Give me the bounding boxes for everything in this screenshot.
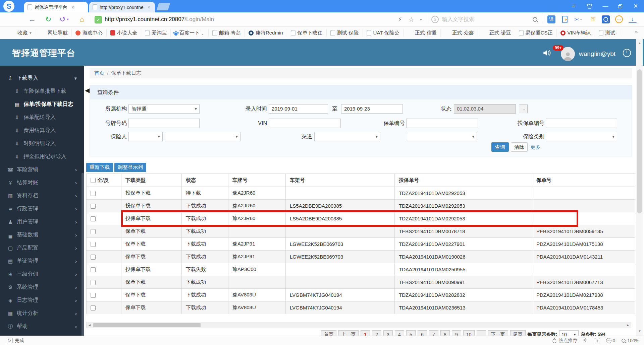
adjust-columns-button[interactable]: 调整显示列	[114, 163, 146, 172]
page-number-3[interactable]: 3	[383, 330, 393, 336]
security-shield-icon[interactable]: ✓	[95, 16, 102, 23]
menu-icon[interactable]: ≡	[568, 0, 579, 12]
page-next-button[interactable]: 下一页	[488, 330, 508, 336]
row-checkbox[interactable]	[91, 216, 96, 221]
home-icon[interactable]: ⌂	[76, 12, 87, 26]
sidebar-item-统计分析[interactable]: ▦统计分析›	[0, 307, 84, 320]
status-speaker-icon[interactable]	[583, 338, 589, 343]
sogou-logo-icon[interactable]: S	[3, 1, 14, 12]
sidebar-item-用户管理[interactable]: ♟用户管理›	[0, 215, 84, 228]
vertical-scroll-thumb[interactable]	[637, 69, 642, 213]
collapse-panel-icon[interactable]: ◀	[85, 86, 90, 94]
skin-theme-icon[interactable]	[584, 0, 595, 12]
sidebar-item-费用结算导入[interactable]: ⇩费用结算导入	[0, 124, 84, 137]
scroll-up-icon[interactable]: ▲	[636, 40, 643, 46]
bookmark-item[interactable]: 测试-	[595, 29, 621, 37]
bookmark-item[interactable]: 爱淘宝	[141, 29, 171, 37]
vertical-scrollbar[interactable]: ▲ ▼	[636, 39, 643, 336]
close-window-button[interactable]: ✕	[630, 0, 641, 12]
screenshot-scissors-icon[interactable]: ✂▼	[574, 15, 582, 23]
favorite-caret-icon[interactable]: ▼	[417, 12, 425, 26]
sidebar-item-产品配置[interactable]: ▢产品配置›	[0, 242, 84, 255]
translate-icon[interactable]: 译	[547, 15, 555, 23]
tab-close-icon[interactable]: ×	[148, 5, 150, 10]
page-number-7[interactable]: 7	[429, 330, 438, 336]
breadcrumb-home-link[interactable]: 首页	[94, 70, 104, 76]
row-checkbox[interactable]	[91, 255, 96, 260]
bookmark-item[interactable]: 保单下载任	[287, 29, 327, 37]
bookmark-item[interactable]: 正式-众鑫	[441, 29, 478, 37]
more-extensions-icon[interactable]: ···	[615, 15, 623, 23]
bookmark-item[interactable]: 网址导航	[36, 29, 72, 37]
insurer-select-1[interactable]	[128, 132, 163, 141]
send-to-phone-icon[interactable]: ➤	[561, 15, 569, 23]
bookmark-item[interactable]: 易保通CS正	[515, 29, 557, 37]
page-search-icon[interactable]	[602, 15, 610, 23]
status-more-button[interactable]: ...	[519, 105, 528, 113]
page-first-button[interactable]: 首页	[321, 330, 336, 336]
date-from-input[interactable]: 2019-09-01	[269, 104, 328, 114]
channel-select-2[interactable]	[407, 132, 477, 141]
sidebar-item-三级分佣[interactable]: ⊞三级分佣›	[0, 268, 84, 281]
favorite-star-icon[interactable]: ☆	[407, 12, 416, 26]
zoom-control[interactable]: 100%	[621, 338, 639, 343]
sidebar-item-行政管理[interactable]: ▰行政管理›	[0, 202, 84, 215]
restore-button[interactable]	[614, 0, 626, 12]
scroll-right-icon[interactable]: ►	[625, 322, 631, 328]
date-to-input[interactable]: 2019-09-23	[341, 104, 403, 114]
page-number-2[interactable]: 2	[372, 330, 381, 336]
password-key-icon[interactable]: ⚿	[589, 15, 597, 23]
download-manager-icon[interactable]: ↓	[629, 16, 637, 23]
refresh-icon[interactable]: ↻	[43, 12, 54, 26]
page-number-9[interactable]: 9	[452, 330, 461, 336]
select-all-checkbox[interactable]	[91, 178, 96, 183]
browser-tab-2[interactable]: http://proxy1.countne ×	[89, 2, 155, 12]
bookmark-item[interactable]: 游戏中心	[72, 29, 107, 37]
scroll-left-icon[interactable]: ◄	[87, 322, 93, 328]
bookmark-item[interactable]: 测试-保险	[327, 29, 363, 37]
ins-type-select[interactable]	[546, 132, 617, 141]
page-number-10[interactable]: 10	[463, 330, 475, 336]
sidebar-item-结算对账[interactable]: ¥结算对账›	[0, 176, 84, 189]
bookmark-item[interactable]: VIN车辆识	[557, 29, 595, 37]
row-checkbox[interactable]	[91, 280, 96, 285]
page-number-1[interactable]: 1	[361, 330, 370, 336]
sidebar-item-押金抵用记录导入[interactable]: ⇩押金抵用记录导入	[0, 150, 84, 163]
row-checkbox[interactable]	[91, 293, 96, 298]
sidebar-item-下载导入[interactable]: ⇩下载导入▾	[0, 72, 84, 85]
bookmark-item[interactable]: 正式-诺亚	[478, 29, 515, 37]
row-checkbox[interactable]	[91, 191, 96, 196]
minimize-button[interactable]: —	[600, 0, 611, 12]
back-icon[interactable]: ←	[27, 12, 38, 26]
search-button[interactable]: 查询	[491, 142, 509, 152]
sidebar-item-基础数据[interactable]: ▄基础数据›	[0, 228, 84, 242]
vin-input[interactable]	[269, 119, 341, 128]
ad-block-counter[interactable]: AD 0	[606, 338, 615, 343]
more-link[interactable]: 更多	[530, 144, 540, 150]
lightning-icon[interactable]: ⚡	[395, 12, 405, 26]
policy-no-input[interactable]	[406, 119, 478, 128]
bookmark-item[interactable]: 百度一下，	[171, 29, 209, 37]
page-number-8[interactable]: 8	[440, 330, 450, 336]
page-number-4[interactable]: 4	[395, 330, 404, 336]
page-last-button[interactable]: 尾页	[510, 330, 526, 336]
row-checkbox[interactable]	[91, 305, 96, 310]
sidebar-item-帮助[interactable]: ⓘ帮助›	[0, 320, 84, 333]
redownload-button[interactable]: 重新下载	[86, 163, 113, 172]
plate-input[interactable]	[128, 119, 200, 128]
bookmark-item[interactable]: 收藏▼	[6, 29, 36, 37]
capture-box-icon[interactable]: +	[595, 338, 600, 343]
page-number-6[interactable]: 6	[418, 330, 427, 336]
channel-select-1[interactable]	[314, 132, 380, 141]
row-checkbox[interactable]	[91, 204, 96, 209]
undo-icon[interactable]: ↺▼	[59, 12, 70, 26]
sidebar-item-单证管理[interactable]: ▤单证管理›	[0, 255, 84, 268]
bookmark-item[interactable]: UAT-保险公	[363, 29, 404, 37]
sidebar-item-车险营销[interactable]: ☎车险营销›	[0, 163, 84, 176]
row-checkbox[interactable]	[91, 242, 96, 247]
bookmark-item[interactable]: 正式-信通	[404, 29, 441, 37]
proposal-no-input[interactable]	[546, 119, 617, 128]
sidebar-item-系统管理[interactable]: ⚙系统管理›	[0, 281, 84, 294]
sidebar-item-资料存档[interactable]: ▥资料存档›	[0, 189, 84, 202]
status-input[interactable]: 01,02,03,04	[454, 104, 516, 114]
